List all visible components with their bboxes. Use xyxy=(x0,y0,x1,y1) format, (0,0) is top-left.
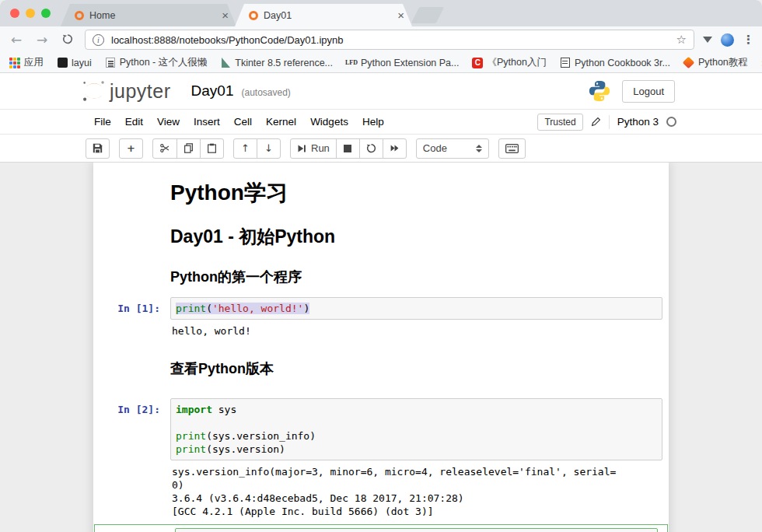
add-cell-button[interactable]: + xyxy=(119,138,143,159)
input-prompt: In [2]: xyxy=(93,398,170,460)
browser-window: Home × Day01 × ← → i localhost:8888/note… xyxy=(0,0,762,532)
code-line: print('hello, world!') xyxy=(176,302,657,315)
bookmark-label: layui xyxy=(72,58,92,68)
restart-run-all-button[interactable] xyxy=(383,138,407,159)
bookmark-python-intro[interactable]: C 《Python入门 xyxy=(472,56,546,69)
markdown-cell-h3-first-program: Python的第一个程序 xyxy=(93,258,669,292)
notebook-title[interactable]: Day01 xyxy=(191,82,234,100)
minimize-window-button[interactable] xyxy=(26,9,35,18)
code-cell-1: In [1]: print('hello, world!') hello, wo… xyxy=(93,297,669,341)
menu-edit[interactable]: Edit xyxy=(118,116,150,128)
tab-close-icon[interactable]: × xyxy=(397,9,404,21)
kernel-idle-indicator-icon xyxy=(666,117,676,127)
floppy-icon xyxy=(93,143,103,153)
code-cell-3-editing[interactable]: In [ ]: xyxy=(94,524,668,532)
apps-grid-icon xyxy=(9,58,20,68)
copy-cell-button[interactable] xyxy=(177,138,201,159)
menu-file[interactable]: File xyxy=(87,116,118,128)
tutorial-rocket-icon xyxy=(683,58,694,68)
run-label: Run xyxy=(311,142,330,154)
restart-kernel-button[interactable] xyxy=(359,138,383,159)
cut-cell-button[interactable] xyxy=(152,138,177,159)
bookmark-apps[interactable]: 应用 xyxy=(9,56,44,69)
bookmark-label: Tkinter 8.5 reference... xyxy=(235,58,333,68)
markdown-cell-h1: Python学习 xyxy=(93,173,669,219)
new-tab-button[interactable] xyxy=(411,7,444,23)
bookmark-label: Python教程 xyxy=(698,56,748,69)
output-prompt-spacer xyxy=(93,462,170,521)
bookmark-tkinter[interactable]: Tkinter 8.5 reference... xyxy=(220,58,333,68)
reload-button[interactable] xyxy=(59,32,76,47)
reload-icon xyxy=(62,33,73,44)
logout-button[interactable]: Logout xyxy=(622,80,675,103)
downloads-indicator-icon[interactable] xyxy=(703,37,712,43)
close-window-button[interactable] xyxy=(10,9,19,18)
jupyter-favicon-icon xyxy=(75,11,84,20)
dropdown-caret-icon xyxy=(476,145,482,152)
heading-first-program: Python的第一个程序 xyxy=(170,268,661,286)
bookmark-label: Python - 这个人很懒 xyxy=(120,56,208,69)
trusted-button[interactable]: Trusted xyxy=(537,114,582,131)
tab-title: Home xyxy=(89,10,217,21)
python-logo-icon xyxy=(588,79,611,103)
lfd-text-icon: LFD xyxy=(346,58,357,68)
browser-menu-icon[interactable]: ⋮ xyxy=(743,33,754,47)
menu-widgets[interactable]: Widgets xyxy=(303,116,355,128)
output-prompt-spacer xyxy=(93,321,170,341)
url-text[interactable]: localhost:8888/notebooks/PythonCode/Day0… xyxy=(111,34,669,46)
restart-icon xyxy=(366,143,376,153)
bookmark-python-tutorial[interactable]: Python教程 xyxy=(683,56,748,69)
menu-insert[interactable]: Insert xyxy=(187,116,227,128)
paste-icon xyxy=(207,143,217,153)
run-cell-button[interactable]: Run xyxy=(290,138,337,159)
jupyter-logo-text[interactable]: jupyter xyxy=(110,80,171,103)
cell-output: sys.version_info(major=3, minor=6, micro… xyxy=(170,462,662,521)
tab-day01[interactable]: Day01 × xyxy=(235,4,412,26)
jupyter-logo-icon[interactable] xyxy=(81,78,107,104)
code-input-area[interactable]: print('hello, world!') xyxy=(170,297,662,320)
move-cell-down-button[interactable]: ↓ xyxy=(257,138,281,159)
bookmark-python-extension[interactable]: LFD Python Extension Pa... xyxy=(346,58,459,68)
heading-check-version: 查看Python版本 xyxy=(170,359,661,378)
zoom-window-button[interactable] xyxy=(41,9,51,18)
input-prompt: In [1]: xyxy=(93,297,170,320)
cell-type-value: Code xyxy=(423,142,447,154)
tab-home[interactable]: Home × xyxy=(61,4,236,26)
tab-title: Day01 xyxy=(264,10,393,21)
traffic-lights xyxy=(10,9,51,18)
menu-view[interactable]: View xyxy=(150,116,187,128)
interrupt-kernel-button[interactable] xyxy=(336,138,360,159)
url-bar[interactable]: i localhost:8888/notebooks/PythonCode/Da… xyxy=(85,30,694,50)
bookmark-label: Python Extension Pa... xyxy=(361,58,459,68)
code-input-area[interactable]: import sys print(sys.version_info) print… xyxy=(170,398,662,460)
forward-button[interactable]: → xyxy=(33,32,51,47)
menu-help[interactable]: Help xyxy=(355,116,391,128)
code-cell-2: In [2]: import sys print(sys.version_inf… xyxy=(93,398,669,521)
code-line: print(sys.version_info) xyxy=(176,429,657,443)
notebook-scroll-area[interactable]: Python学习 Day01 - 初始Python Python的第一个程序 I… xyxy=(0,163,762,532)
menu-kernel[interactable]: Kernel xyxy=(259,116,303,128)
page-info-icon[interactable]: i xyxy=(93,34,104,46)
bookmark-star-icon[interactable]: ☆ xyxy=(676,33,687,47)
bookmark-python-blog[interactable]: Python - 这个人很懒 xyxy=(105,56,208,69)
paste-cell-button[interactable] xyxy=(200,138,224,159)
menu-cell[interactable]: Cell xyxy=(227,116,259,128)
bookmark-cookbook[interactable]: Python Cookbook 3r... xyxy=(560,58,670,68)
cell-type-dropdown[interactable]: Code xyxy=(416,138,489,159)
back-button[interactable]: ← xyxy=(8,32,25,47)
code-input-area[interactable] xyxy=(175,528,658,532)
bookmark-layui[interactable]: layui xyxy=(57,58,92,68)
jupyter-header: jupyter Day01 (autosaved) Logout xyxy=(0,73,762,110)
extension-globe-icon[interactable] xyxy=(721,33,734,47)
copy-icon xyxy=(184,143,194,153)
code-line-empty xyxy=(176,416,657,429)
tab-close-icon[interactable]: × xyxy=(222,9,229,21)
bookmark-label: Python Cookbook 3r... xyxy=(575,58,670,68)
command-palette-button[interactable] xyxy=(498,138,526,159)
move-cell-up-button[interactable]: ↑ xyxy=(233,138,257,159)
menubar-right-cluster: Trusted Python 3 xyxy=(537,114,676,131)
save-button[interactable] xyxy=(86,138,110,159)
divider xyxy=(609,115,610,129)
cell-output: hello, world! xyxy=(170,321,662,341)
prompt-spacer xyxy=(93,219,170,258)
